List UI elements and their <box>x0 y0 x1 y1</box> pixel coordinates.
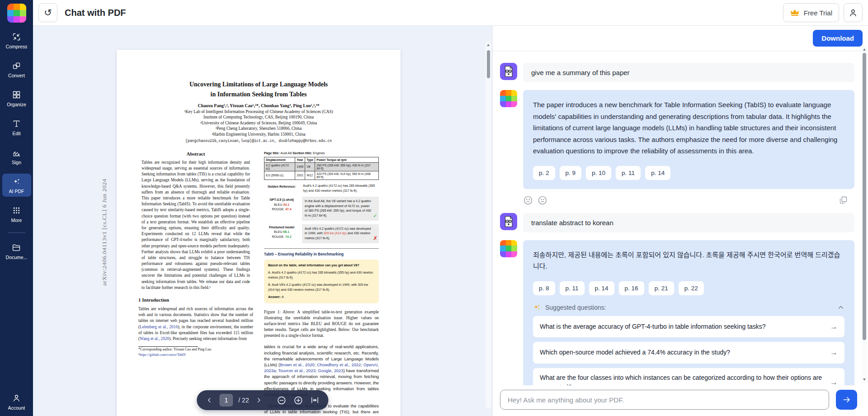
intro-text: Tables are widespread and rich sources o… <box>138 306 253 342</box>
feedback-negative-button[interactable] <box>538 195 547 205</box>
footnote: *Corresponding author: Yixuan Cao and Pi… <box>138 347 253 352</box>
gpt-output-text: In the Audi A8, the V8 variant has a 4.2… <box>302 197 379 221</box>
paper-emails: {pangchaoxu21b,caoyixuan,luop}@ict.ac.cn… <box>138 139 379 143</box>
crown-icon <box>790 9 800 17</box>
page-chip[interactable]: p. 14 <box>589 281 614 295</box>
free-trial-button[interactable]: Free Trial <box>783 3 839 22</box>
fit-width-icon <box>311 396 320 405</box>
suggested-questions-label: Suggested questions: <box>545 304 606 311</box>
suggested-question-text: What are the four classes into which ins… <box>540 373 823 386</box>
send-button[interactable] <box>836 390 857 410</box>
free-trial-label: Free Trial <box>804 9 832 17</box>
sidebar-item-ai-pdf[interactable]: AI PDF <box>2 174 31 197</box>
scroll-down-arrow[interactable] <box>863 378 866 381</box>
chat-input-row <box>493 385 868 416</box>
feedback-positive-button[interactable] <box>523 195 533 205</box>
cross-icon: ✗ <box>373 234 377 242</box>
sidebar-item-label: Edit <box>12 131 20 136</box>
page-chip[interactable]: p. 16 <box>619 281 644 295</box>
pdf-page: Uncovering Limitations of Large Language… <box>117 50 401 416</box>
pdf-mascot-avatar <box>500 63 517 80</box>
pdf-scrollbar[interactable] <box>486 41 491 409</box>
page-chip[interactable]: p. 22 <box>679 281 704 295</box>
chevron-right-icon <box>255 397 263 404</box>
sidebar-item-documents[interactable]: Docume... <box>2 240 31 263</box>
sidebar-item-more[interactable]: More <box>2 203 31 226</box>
sidebar-item-label: Sign <box>12 160 21 165</box>
paper-affiliation: ²University of Chinese Academy of Scienc… <box>138 121 379 125</box>
suggested-questions: Suggested questions: What is the average… <box>533 303 844 386</box>
zoom-in-button[interactable] <box>293 395 304 406</box>
sidebar-nav: Compress Convert Organize Edit Sign AI P… <box>0 29 33 263</box>
start-over-button[interactable]: ↺ <box>38 3 57 22</box>
sidebar-item-label: Account <box>8 405 25 411</box>
arrow-right-icon: → <box>830 347 838 359</box>
chat-message-list: give me a summary of this paper The pape… <box>493 51 868 385</box>
app-logo[interactable] <box>7 4 26 23</box>
pdf-scrollbar-thumb[interactable] <box>487 50 490 78</box>
arrow-right-icon: → <box>830 377 838 385</box>
sidebar-item-convert[interactable]: Convert <box>2 58 31 81</box>
chat-input[interactable] <box>500 390 829 410</box>
figure-table-meta: Page title: Audi A8 Section title: Engin… <box>264 151 379 155</box>
scroll-up-arrow[interactable] <box>863 48 866 51</box>
page-chip[interactable]: p. 9 <box>560 166 582 180</box>
section-heading: 1 Introduction <box>138 297 253 303</box>
feedback-row <box>500 195 854 205</box>
sidebar-item-label: Compress <box>6 44 28 49</box>
suggested-question[interactable]: What are the four classes into which ins… <box>533 368 844 386</box>
page-chip[interactable]: p. 14 <box>645 166 670 180</box>
figure-caption: Figure 1: Above: A simplified table-to-t… <box>264 309 379 339</box>
collapse-suggestions-button[interactable] <box>837 304 844 311</box>
paper-title: Uncovering Limitations of Large Language… <box>138 80 379 99</box>
user-message-bubble: give me a summary of this paper <box>523 63 854 82</box>
page-title: Chat with PDF <box>65 8 126 18</box>
assistant-message-text: 죄송하지만, 제공된 내용에는 초록이 포함되어 있지 않습니다. 초록을 제공… <box>533 249 844 272</box>
page-chip[interactable]: p. 11 <box>560 281 585 295</box>
arxiv-watermark: arXiv:2406.04113v1 [cs.CL] 6 Jun 2024 <box>101 141 108 286</box>
sidebar-item-edit[interactable]: Edit <box>2 116 31 139</box>
suggested-question[interactable]: What is the average accuracy of GPT-4-tu… <box>533 316 844 338</box>
chat-scrollbar[interactable] <box>862 46 867 383</box>
pdf-mascot-avatar <box>500 213 517 230</box>
chat-scrollbar-thumb[interactable] <box>863 53 866 340</box>
paper-affiliation: ⁴Harbin Engineering University, Harbin 1… <box>138 132 379 137</box>
page-chip[interactable]: p. 21 <box>649 281 674 295</box>
person-icon <box>12 393 21 403</box>
plus-circle-icon <box>294 396 303 405</box>
page-reference-list: p. 2 p. 9 p. 10 p. 11 p. 14 <box>533 166 844 180</box>
scroll-up-arrow[interactable] <box>487 44 490 46</box>
sidebar-item-label: Docume... <box>6 255 28 260</box>
page-chip[interactable]: p. 2 <box>533 166 555 180</box>
assistant-message-bubble: The paper introduces a new benchmark for… <box>523 90 854 189</box>
table-row-highlighted: 4.2 quattro (4172 cc)1999 V8260 PS (265 … <box>264 162 379 171</box>
tabis-heading: TabIS – Ensuring Reliability in Benchmar… <box>264 252 379 256</box>
footnote-link[interactable]: ¹https://github.com/cszero/TabIS <box>138 352 253 358</box>
account-button[interactable] <box>844 3 863 22</box>
fit-width-button[interactable] <box>310 395 321 406</box>
sidebar-item-account[interactable]: Account <box>2 390 31 413</box>
sidebar-item-sign[interactable]: Sign <box>2 145 31 168</box>
folder-icon <box>12 243 21 252</box>
suggested-question-text: Which open-source model achieved a 74.4%… <box>540 348 730 357</box>
sparkle-icon <box>533 303 541 312</box>
current-page-indicator[interactable]: 1 <box>219 394 233 407</box>
sidebar-item-compress[interactable]: Compress <box>2 29 31 52</box>
previous-page-button[interactable] <box>205 396 214 405</box>
assistant-avatar <box>500 240 517 257</box>
zoom-out-button[interactable] <box>276 395 288 406</box>
suggested-question[interactable]: Which open-source model achieved a 74.4%… <box>533 342 844 364</box>
check-icon: ✓ <box>373 212 377 220</box>
page-chip[interactable]: p. 10 <box>586 166 611 180</box>
sidebar-divider <box>8 232 25 233</box>
page-chip[interactable]: p. 11 <box>616 166 641 180</box>
sidebar-item-organize[interactable]: Organize <box>2 87 31 110</box>
abstract-heading: Abstract <box>138 151 253 156</box>
app: { "app": { "title": "Chat with PDF" }, "… <box>0 0 868 416</box>
next-page-button[interactable] <box>255 396 264 405</box>
paper-authors: Chaoxu Pang¹,², Yixuan Cao¹,²*, Chunhao … <box>138 103 379 108</box>
copy-button[interactable] <box>839 195 848 205</box>
download-button[interactable]: Download <box>813 30 863 47</box>
pdf-viewer: arXiv:2406.04113v1 [cs.CL] 6 Jun 2024 Un… <box>33 26 492 416</box>
page-chip[interactable]: p. 8 <box>533 281 555 295</box>
